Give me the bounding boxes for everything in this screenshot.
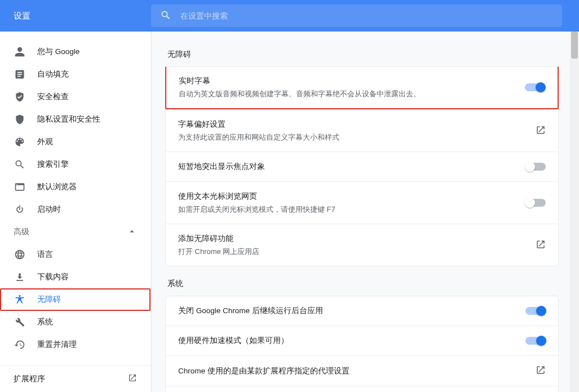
system-card: 关闭 Google Chrome 后继续运行后台应用 使用硬件加速模式（如果可用… <box>165 296 559 392</box>
autofill-icon <box>14 68 26 81</box>
search-icon <box>160 10 180 23</box>
sidebar-item-reset[interactable]: 重置并清理 <box>0 333 151 356</box>
toggle-focus-highlight[interactable] <box>525 163 546 171</box>
sidebar: 您与 Google 自动填充 安全检查 隐私设置和安全性 外观 搜索引擎 <box>0 32 151 392</box>
row-proxy-extension: 此设置由"快速安全通道"控制 停用 <box>166 386 558 392</box>
row-title: 短暂地突出显示焦点对象 <box>178 161 525 172</box>
sidebar-item-label: 语言 <box>37 250 53 260</box>
row-desc: 自动为英文版音频和视频创建字幕。音频和字幕绝不会从设备中泄露出去。 <box>179 88 525 99</box>
sidebar-item-default-browser[interactable]: 默认浏览器 <box>0 176 151 198</box>
launch-icon <box>128 373 137 384</box>
palette-icon <box>14 136 26 148</box>
toggle-live-caption[interactable] <box>525 83 545 91</box>
sidebar-item-system[interactable]: 系统 <box>0 311 151 333</box>
sidebar-item-label: 外观 <box>37 137 53 147</box>
sidebar-item-search-engine[interactable]: 搜索引擎 <box>0 153 151 176</box>
sidebar-item-label: 默认浏览器 <box>37 182 77 192</box>
page-title: 设置 <box>0 11 151 21</box>
accessibility-card: 实时字幕 自动为英文版音频和视频创建字幕。音频和字幕绝不会从设备中泄露出去。 字… <box>165 66 559 266</box>
sidebar-item-label: 无障碍 <box>37 295 61 305</box>
sidebar-item-label: 您与 Google <box>37 47 79 57</box>
sidebar-item-downloads[interactable]: 下载内容 <box>0 266 151 288</box>
row-add-a11y[interactable]: 添加无障碍功能 打开 Chrome 网上应用店 <box>166 224 558 266</box>
toggle-background-apps[interactable] <box>525 307 546 315</box>
launch-icon <box>536 365 546 377</box>
scrollbar[interactable] <box>570 32 579 392</box>
chevron-up-icon <box>127 226 137 238</box>
browser-icon <box>14 181 26 193</box>
sidebar-item-label: 自动填充 <box>37 69 69 79</box>
row-title: 实时字幕 <box>179 75 525 87</box>
sidebar-extensions-label: 扩展程序 <box>14 374 45 384</box>
sidebar-extensions-link[interactable]: 扩展程序 <box>0 365 151 392</box>
row-hwaccel[interactable]: 使用硬件加速模式（如果可用） <box>166 326 558 355</box>
search-box[interactable] <box>151 5 562 27</box>
accessibility-icon <box>14 293 26 306</box>
row-title: 使用硬件加速模式（如果可用） <box>178 335 525 346</box>
sidebar-advanced-toggle[interactable]: 高级 <box>0 221 151 243</box>
row-live-caption[interactable]: 实时字幕 自动为英文版音频和视频创建字幕。音频和字幕绝不会从设备中泄露出去。 <box>165 66 559 109</box>
row-desc: 打开 Chrome 网上应用店 <box>178 246 536 257</box>
safety-check-icon <box>14 91 26 103</box>
launch-icon <box>536 125 546 137</box>
sidebar-item-safety-check[interactable]: 安全检查 <box>0 86 151 108</box>
row-focus-highlight[interactable]: 短暂地突出显示焦点对象 <box>166 152 558 181</box>
sidebar-item-appearance[interactable]: 外观 <box>0 131 151 153</box>
row-title: 添加无障碍功能 <box>178 233 536 244</box>
sidebar-item-label: 重置并清理 <box>37 340 77 350</box>
search-icon <box>14 158 26 171</box>
download-icon <box>14 271 26 283</box>
sidebar-item-autofill[interactable]: 自动填充 <box>0 63 151 86</box>
sidebar-item-label: 隐私设置和安全性 <box>37 114 100 124</box>
row-caption-pref[interactable]: 字幕偏好设置 为支持此设置的应用和网站自定义字幕大小和样式 <box>166 109 558 152</box>
row-desc: 为支持此设置的应用和网站自定义字幕大小和样式 <box>178 132 536 142</box>
wrench-icon <box>14 316 26 328</box>
toggle-caret-browsing[interactable] <box>525 199 546 207</box>
row-proxy[interactable]: Chrome 使用的是由某款扩展程序指定的代理设置 <box>166 355 558 386</box>
privacy-icon <box>14 113 26 126</box>
row-title: Chrome 使用的是由某款扩展程序指定的代理设置 <box>178 366 536 377</box>
row-desc: 如需开启或关闭光标浏览模式，请使用快捷键 F7 <box>178 204 525 215</box>
section-heading-accessibility: 无障碍 <box>167 50 559 60</box>
restore-icon <box>14 338 26 351</box>
row-title: 字幕偏好设置 <box>178 119 536 130</box>
row-title: 关闭 Google Chrome 后继续运行后台应用 <box>178 305 525 317</box>
sidebar-item-startup[interactable]: 启动时 <box>0 198 151 221</box>
power-icon <box>14 203 26 216</box>
search-input[interactable] <box>180 11 279 20</box>
toggle-hwaccel[interactable] <box>525 337 546 345</box>
globe-icon <box>14 248 26 261</box>
main-content: 无障碍 实时字幕 自动为英文版音频和视频创建字幕。音频和字幕绝不会从设备中泄露出… <box>151 32 579 392</box>
section-heading-system: 系统 <box>167 279 559 289</box>
person-icon <box>14 46 26 58</box>
row-title: 使用文本光标浏览网页 <box>178 191 525 202</box>
sidebar-advanced-label: 高级 <box>14 227 29 237</box>
sidebar-item-label: 下载内容 <box>37 272 69 282</box>
launch-icon <box>536 239 546 251</box>
sidebar-item-language[interactable]: 语言 <box>0 243 151 266</box>
row-background-apps[interactable]: 关闭 Google Chrome 后继续运行后台应用 <box>166 296 558 326</box>
sidebar-item-privacy[interactable]: 隐私设置和安全性 <box>0 108 151 131</box>
sidebar-item-label: 启动时 <box>37 204 61 215</box>
sidebar-item-accessibility[interactable]: 无障碍 <box>0 288 151 311</box>
sidebar-item-you[interactable]: 您与 Google <box>0 41 151 63</box>
sidebar-item-label: 安全检查 <box>37 92 69 102</box>
row-caret-browsing[interactable]: 使用文本光标浏览网页 如需开启或关闭光标浏览模式，请使用快捷键 F7 <box>166 181 558 224</box>
sidebar-item-label: 系统 <box>37 317 53 327</box>
sidebar-item-label: 搜索引擎 <box>37 159 69 170</box>
